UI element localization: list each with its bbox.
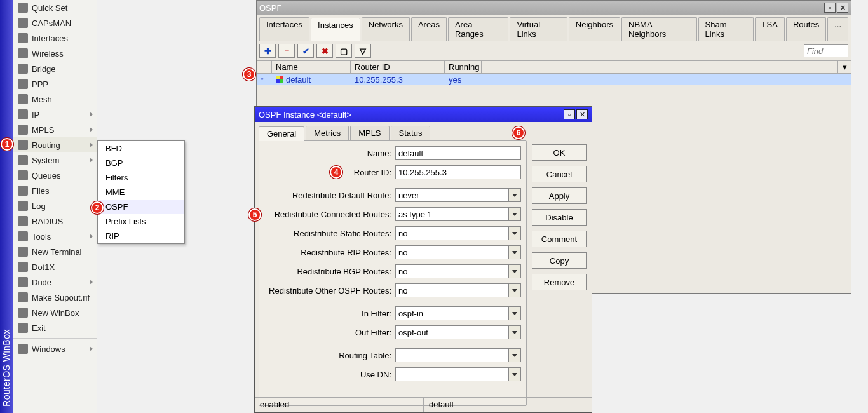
menu-item-mpls[interactable]: MPLS (13, 122, 97, 137)
tab-sham-links[interactable]: Sham Links (698, 17, 754, 41)
out-filter-field[interactable] (395, 325, 508, 339)
window-restore-icon[interactable]: ▫ (824, 3, 836, 13)
menu-item-ppp[interactable]: PPP (13, 76, 97, 91)
col-running[interactable]: Running (445, 61, 482, 73)
ok-button[interactable]: OK (532, 144, 587, 161)
chevron-updown-icon[interactable] (508, 283, 521, 297)
tab-interfaces[interactable]: Interfaces (259, 17, 309, 41)
menu-item-dot1x[interactable]: Dot1X (13, 259, 97, 274)
tab-general[interactable]: General (259, 126, 304, 141)
redist-connected-field[interactable] (395, 207, 508, 221)
routing-table-field[interactable] (395, 348, 508, 362)
chevron-updown-icon[interactable] (508, 188, 521, 202)
menu-label: Wireless (32, 49, 64, 58)
comment-button[interactable]: Comment (532, 231, 587, 247)
name-field[interactable] (395, 146, 521, 160)
chevron-right-icon (90, 234, 93, 239)
menu-item-new-terminal[interactable]: New Terminal (13, 244, 97, 259)
chevron-updown-icon[interactable] (508, 264, 521, 278)
apply-button[interactable]: Apply (532, 187, 587, 204)
chevron-updown-icon[interactable] (508, 306, 521, 320)
winbox-title-text: RouterOS WinBox (1, 329, 11, 407)
instance-titlebar[interactable]: OSPF Instance <default> ▫ ✕ (255, 107, 592, 122)
menu-label: CAPsMAN (32, 18, 71, 28)
filter-button[interactable]: ▽ (355, 44, 371, 58)
remove-button[interactable]: － (278, 44, 295, 58)
menu-item-bridge[interactable]: Bridge (13, 61, 97, 76)
submenu-item-rip[interactable]: RIP (98, 229, 184, 243)
window-restore-icon[interactable]: ▫ (564, 109, 575, 119)
chevron-down-icon[interactable] (508, 348, 521, 362)
submenu-item-ospf[interactable]: OSPF (98, 200, 184, 214)
enable-button[interactable]: ✔ (297, 44, 314, 58)
menu-item-files[interactable]: Files (13, 183, 97, 198)
chevron-updown-icon[interactable] (508, 226, 521, 240)
tab-area-ranges[interactable]: Area Ranges (448, 17, 509, 41)
redist-default-field[interactable] (395, 188, 508, 202)
menu-item-wireless[interactable]: Wireless (13, 46, 97, 61)
tab-lsa[interactable]: LSA (755, 17, 785, 41)
menu-item-exit[interactable]: Exit (13, 320, 97, 335)
menu-item-ip[interactable]: IP (13, 107, 97, 122)
ospf-window-titlebar[interactable]: OSPF ▫ ✕ (257, 1, 851, 15)
menu-item-routing[interactable]: Routing (13, 137, 97, 152)
chevron-down-icon[interactable] (508, 367, 521, 381)
menu-item-system[interactable]: System (13, 152, 97, 168)
tab-areas[interactable]: Areas (411, 17, 447, 41)
router-id-field[interactable] (395, 165, 521, 179)
menu-item-quick-set[interactable]: Quick Set (13, 0, 97, 15)
window-close-icon[interactable]: ✕ (576, 109, 588, 119)
in-filter-field[interactable] (395, 306, 508, 320)
copy-button[interactable]: Copy (532, 252, 587, 269)
tab-instances[interactable]: Instances (311, 18, 360, 41)
menu-item-capsman[interactable]: CAPsMAN (13, 15, 97, 30)
window-close-icon[interactable]: ✕ (837, 3, 848, 13)
chevron-updown-icon[interactable] (508, 325, 521, 339)
chevron-updown-icon[interactable] (508, 245, 521, 259)
tab--[interactable]: ... (827, 17, 848, 41)
tab-nbma-neighbors[interactable]: NBMA Neighbors (621, 17, 697, 41)
remove-button[interactable]: Remove (532, 274, 587, 290)
menu-item-radius[interactable]: RADIUS (13, 213, 97, 229)
menu-item-mesh[interactable]: Mesh (13, 91, 97, 107)
tab-neighbors[interactable]: Neighbors (569, 17, 620, 41)
col-name[interactable]: Name (272, 61, 351, 73)
menu-item-tools[interactable]: Tools (13, 229, 97, 244)
table-row[interactable]: * default 10.255.255.3 yes (257, 74, 851, 85)
add-button[interactable]: ✚ (259, 44, 276, 58)
menu-label: Quick Set (32, 3, 67, 13)
menu-item-log[interactable]: Log (13, 198, 97, 213)
tab-metrics[interactable]: Metrics (306, 126, 349, 140)
use-dn-field[interactable] (395, 367, 508, 381)
menu-item-interfaces[interactable]: Interfaces (13, 30, 97, 46)
submenu-item-filters[interactable]: Filters (98, 170, 184, 185)
redist-rip-field[interactable] (395, 245, 508, 259)
cancel-button[interactable]: Cancel (532, 166, 587, 182)
menu-icon (18, 262, 28, 272)
comment-button[interactable]: ▢ (336, 44, 352, 58)
col-router-id[interactable]: Router ID (351, 61, 445, 73)
chevron-updown-icon[interactable] (508, 207, 521, 221)
submenu-item-mme[interactable]: MME (98, 185, 184, 200)
submenu-item-bfd[interactable]: BFD (98, 141, 184, 156)
tab-virtual-links[interactable]: Virtual Links (510, 17, 567, 41)
menu-item-queues[interactable]: Queues (13, 168, 97, 183)
tab-routes[interactable]: Routes (786, 17, 826, 41)
redist-static-field[interactable] (395, 226, 508, 240)
redist-bgp-field[interactable] (395, 264, 508, 278)
menu-item-make-supout-rif[interactable]: Make Supout.rif (13, 290, 97, 305)
tab-mpls[interactable]: MPLS (350, 126, 389, 140)
menu-item-dude[interactable]: Dude (13, 274, 97, 290)
submenu-item-prefix-lists[interactable]: Prefix Lists (98, 214, 184, 229)
redist-ospf-field[interactable] (395, 283, 508, 297)
tab-networks[interactable]: Networks (362, 17, 410, 41)
col-flag[interactable] (257, 61, 272, 73)
find-input[interactable] (804, 44, 848, 57)
tab-status[interactable]: Status (391, 126, 431, 140)
menu-item-new-winbox[interactable]: New WinBox (13, 305, 97, 320)
menu-item-windows[interactable]: Windows (13, 341, 97, 356)
submenu-item-bgp[interactable]: BGP (98, 156, 184, 170)
disable-button[interactable]: Disable (532, 209, 587, 226)
disable-button[interactable]: ✖ (316, 44, 333, 58)
columns-dropdown-icon[interactable]: ▾ (838, 61, 851, 73)
